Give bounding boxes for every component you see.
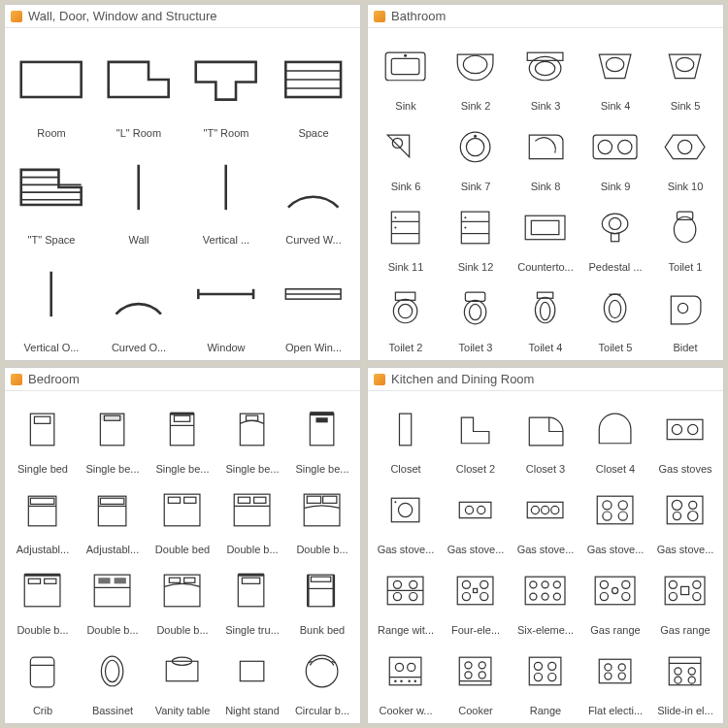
toilet3-icon <box>443 277 509 339</box>
shape-item[interactable]: Space <box>271 34 356 140</box>
shape-item[interactable]: Pedestal ... <box>581 195 649 274</box>
shape-item[interactable]: Single be... <box>218 397 286 476</box>
dbed2-icon <box>219 479 285 541</box>
shape-item[interactable]: Four-ele... <box>442 558 510 637</box>
shape-item[interactable]: Flat electi... <box>581 639 649 717</box>
shape-item[interactable]: Sink 11 <box>372 195 440 274</box>
shape-item[interactable]: Cooker w... <box>372 639 440 717</box>
shape-item[interactable]: Gas stove... <box>512 478 579 556</box>
shape-item[interactable]: Single tru... <box>218 558 286 637</box>
shape-label: Gas stove... <box>373 541 439 555</box>
shape-label: Closet 3 <box>513 460 579 475</box>
panel-header[interactable]: Kitchen and Dining Room <box>368 368 723 391</box>
shape-item[interactable]: Double b... <box>149 558 216 637</box>
shape-item[interactable]: Gas stove... <box>372 478 440 556</box>
shape-item[interactable]: Range wit... <box>372 558 440 637</box>
shape-item[interactable]: Closet <box>372 397 440 476</box>
shape-item[interactable]: Sink 8 <box>512 115 579 193</box>
shape-item[interactable]: Single be... <box>79 397 147 476</box>
shape-item[interactable]: Sink 4 <box>581 34 649 113</box>
shape-item[interactable]: Room <box>9 34 94 140</box>
shape-item[interactable]: Gas range <box>651 558 719 637</box>
svg-point-144 <box>689 501 697 509</box>
shape-item[interactable]: Double b... <box>9 558 77 637</box>
shape-item[interactable]: Sink 12 <box>442 195 510 274</box>
shape-item[interactable]: Wall <box>96 142 182 248</box>
openwin-icon <box>272 249 355 339</box>
shape-item[interactable]: Window <box>183 248 269 354</box>
shape-item[interactable]: Sink 9 <box>581 115 649 193</box>
shape-item[interactable]: Vertical O... <box>9 248 94 354</box>
svg-rect-84 <box>165 494 201 526</box>
shape-item[interactable]: Toilet 2 <box>372 276 440 354</box>
shape-item[interactable]: Sink 10 <box>651 115 719 193</box>
panel-title: Bedroom <box>28 372 80 386</box>
panel-header[interactable]: Bedroom <box>5 368 360 391</box>
shape-item[interactable]: Night stand <box>218 639 286 717</box>
svg-point-47 <box>610 217 621 229</box>
bassinet-icon <box>80 640 146 702</box>
shape-item[interactable]: Single be... <box>149 397 216 476</box>
shape-item[interactable]: Range <box>512 639 579 717</box>
shape-item[interactable]: Adjustabl... <box>79 478 147 556</box>
shape-item[interactable]: Sink 2 <box>442 34 510 113</box>
svg-rect-94 <box>25 575 61 607</box>
shape-item[interactable]: Gas stoves <box>651 397 719 476</box>
shape-item[interactable]: Toilet 4 <box>512 276 579 354</box>
shape-item[interactable]: Toilet 1 <box>651 195 719 274</box>
shape-item[interactable]: Open Win... <box>271 248 356 354</box>
shape-item[interactable]: Toilet 5 <box>581 276 649 354</box>
svg-point-32 <box>618 140 632 153</box>
shape-item[interactable]: Bidet <box>651 276 719 354</box>
svg-point-205 <box>689 667 696 674</box>
shape-item[interactable]: Bunk bed <box>288 558 356 637</box>
shape-item[interactable]: "T" Room <box>183 34 269 140</box>
shape-item[interactable]: Sink 7 <box>442 115 510 193</box>
shape-label: Six-eleme... <box>513 621 579 636</box>
shape-label: Slide-in el... <box>652 702 718 716</box>
shape-label: Vertical O... <box>10 339 93 353</box>
shape-item[interactable]: Sink 3 <box>512 34 579 113</box>
sink-icon <box>373 35 439 97</box>
shape-item[interactable]: "L" Room <box>96 34 182 140</box>
shape-item[interactable]: Sink 5 <box>651 34 719 113</box>
shape-item[interactable]: Curved W... <box>271 142 356 248</box>
shape-item[interactable]: Double bed <box>149 478 216 556</box>
shape-item[interactable]: Sink 6 <box>372 115 440 193</box>
shape-item[interactable]: Vertical ... <box>183 142 269 248</box>
shape-item[interactable]: Cooker <box>442 639 510 717</box>
shape-item[interactable]: Adjustabl... <box>9 478 77 556</box>
shape-label: Window <box>184 339 268 353</box>
panel-header[interactable]: Bathroom <box>368 5 723 28</box>
shape-item[interactable]: Slide-in el... <box>651 639 719 717</box>
shape-item[interactable]: Closet 4 <box>581 397 649 476</box>
stove2-icon <box>652 398 718 460</box>
shape-item[interactable]: Six-eleme... <box>512 558 579 637</box>
shape-item[interactable]: Gas stove... <box>651 478 719 556</box>
shape-item[interactable]: Toilet 3 <box>442 276 510 354</box>
shape-item[interactable]: Sink <box>372 34 440 113</box>
shape-item[interactable]: Double b... <box>288 478 356 556</box>
shape-item[interactable]: Curved O... <box>96 248 182 354</box>
shape-item[interactable]: Gas stove... <box>581 478 649 556</box>
svg-point-128 <box>399 503 413 516</box>
shape-item[interactable]: Vanity table <box>149 639 216 717</box>
shape-item[interactable]: Gas stove... <box>442 478 510 556</box>
shape-item[interactable]: "T" Space <box>9 142 94 248</box>
svg-point-29 <box>474 134 477 137</box>
shape-item[interactable]: Double b... <box>218 478 286 556</box>
shape-item[interactable]: Single bed <box>9 397 77 476</box>
shape-item[interactable]: Single be... <box>288 397 356 476</box>
shape-item[interactable]: Closet 2 <box>442 397 510 476</box>
shape-item[interactable]: Crib <box>9 639 77 717</box>
shape-label: "T" Room <box>184 124 268 139</box>
svg-rect-117 <box>167 661 199 680</box>
shape-item[interactable]: Counterto... <box>512 195 579 274</box>
panel-header[interactable]: Wall, Door, Window and Structure <box>5 5 360 28</box>
shape-item[interactable]: Double b... <box>79 558 147 637</box>
stove-sm3-icon <box>513 479 579 541</box>
shape-item[interactable]: Closet 3 <box>512 397 579 476</box>
shape-item[interactable]: Bassinet <box>79 639 147 717</box>
shape-item[interactable]: Gas range <box>581 558 649 637</box>
shape-item[interactable]: Circular b... <box>288 639 356 717</box>
